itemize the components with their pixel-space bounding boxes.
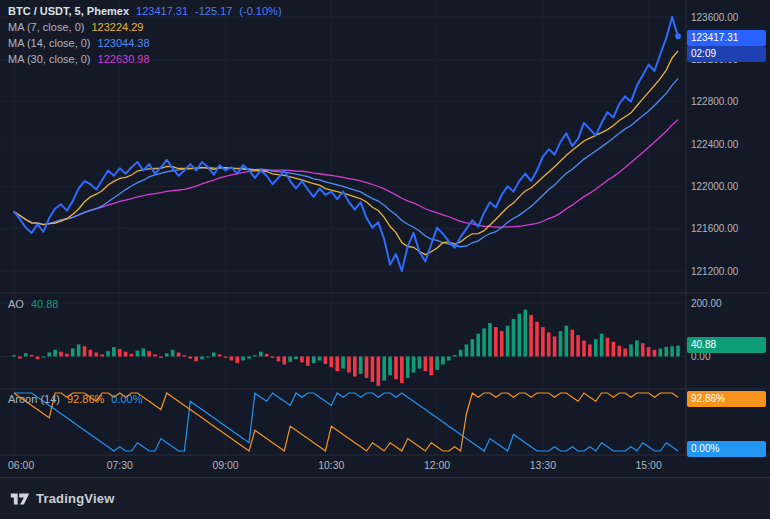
symbol-row[interactable]: BTC / USDT, 5, Phemex 123417.31 -125.17 … (8, 3, 282, 19)
svg-text:06:00: 06:00 (8, 459, 34, 471)
last-price-text: 123417.31 (136, 5, 188, 17)
ma30-legend-row[interactable]: MA (30, close, 0) 122630.98 (8, 51, 282, 67)
tradingview-logo[interactable]: TradingView (10, 491, 115, 507)
price-change-pct-text: (-0.10%) (239, 5, 281, 17)
ma7-legend-row[interactable]: MA (7, close, 0) 123224.29 (8, 19, 282, 35)
svg-text:12:00: 12:00 (424, 459, 450, 471)
ao-legend-row[interactable]: AO 40.88 (8, 296, 58, 312)
ma14-label: MA (14, close, 0) (8, 37, 91, 49)
svg-text:200.00: 200.00 (691, 298, 722, 309)
symbol-title[interactable]: BTC / USDT, 5, Phemex (8, 5, 129, 17)
aroon-label: Aroon (14) (8, 393, 60, 405)
tradingview-brand-text: TradingView (36, 491, 115, 506)
svg-text:122400.00: 122400.00 (691, 139, 739, 150)
aroon-up-value: 92.86% (67, 393, 104, 405)
aroon-up-badge: 92.86% (687, 391, 766, 407)
ao-value: 40.88 (31, 298, 59, 310)
svg-text:123600.00: 123600.00 (691, 12, 739, 23)
ma30-label: MA (30, close, 0) (8, 53, 91, 65)
svg-text:15:00: 15:00 (635, 459, 661, 471)
aroon-down-value: 0.00% (111, 393, 142, 405)
ma30-value: 122630.98 (98, 53, 150, 65)
main-legend: BTC / USDT, 5, Phemex 123417.31 -125.17 … (8, 3, 282, 67)
svg-text:121200.00: 121200.00 (691, 266, 739, 277)
trading-chart-window: 121200.00121600.00122000.00122400.001228… (0, 0, 770, 519)
svg-text:13:30: 13:30 (530, 459, 556, 471)
aroon-legend-row[interactable]: Aroon (14) 92.86% 0.00% (8, 391, 143, 407)
svg-text:122800.00: 122800.00 (691, 96, 739, 107)
aroon-down-badge: 0.00% (687, 441, 766, 457)
bottom-toolbar: TradingView (0, 477, 770, 519)
svg-text:09:00: 09:00 (212, 459, 238, 471)
svg-text:07:30: 07:30 (107, 459, 133, 471)
ma7-value: 123224.29 (91, 21, 143, 33)
ma7-label: MA (7, close, 0) (8, 21, 84, 33)
svg-text:122000.00: 122000.00 (691, 181, 739, 192)
ao-legend: AO 40.88 (8, 296, 58, 312)
svg-text:121600.00: 121600.00 (691, 223, 739, 234)
ao-value-badge: 40.88 (687, 337, 766, 353)
tradingview-mark-icon (10, 491, 30, 507)
aroon-legend: Aroon (14) 92.86% 0.00% (8, 391, 143, 407)
price-change-text: -125.17 (195, 5, 232, 17)
ma14-legend-row[interactable]: MA (14, close, 0) 123044.38 (8, 35, 282, 51)
ao-label: AO (8, 298, 24, 310)
countdown-badge: 02:09 (687, 46, 766, 62)
ma14-value: 123044.38 (98, 37, 150, 49)
svg-text:10:30: 10:30 (318, 459, 344, 471)
last-price-badge: 123417.31 (687, 30, 766, 46)
